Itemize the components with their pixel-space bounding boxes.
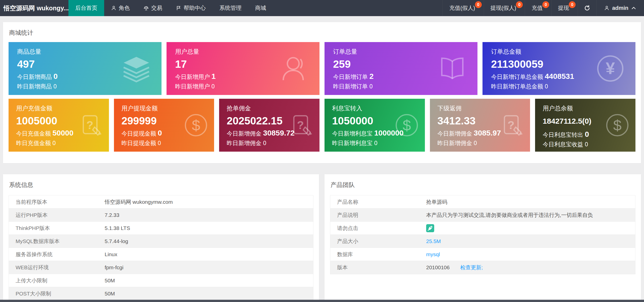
dollar-circle-icon: $ <box>603 111 631 139</box>
stat-card-today-line: 今日新增佣金 3085.97 <box>437 129 505 138</box>
stat-card-title: 利息宝转入 <box>332 104 400 112</box>
row-value: 悟空源码网 wukongymw.com <box>105 198 173 206</box>
svg-text:¥: ¥ <box>606 59 615 78</box>
stat-cards-row2: 用户充值金额 1005000 今日充值金额 50000 昨日充值金额 0 ? <box>9 99 635 152</box>
row-label: 当前程序版本 <box>9 198 105 206</box>
document-question-pencil-icon: ? <box>498 111 526 139</box>
menu-item[interactable]: 帮助中心 <box>169 0 213 16</box>
count-badge: 0 <box>475 1 482 8</box>
row-value-link[interactable]: 25.5M <box>426 238 441 244</box>
menu-item-label: 商城 <box>255 4 266 12</box>
stat-card-yesterday-line: 昨日提现金额 0 <box>122 139 189 147</box>
menu-item[interactable]: 后台首页 <box>68 0 104 16</box>
stat-card-value: 18427112.5(0) <box>543 115 610 128</box>
mall-statistics-panel: 商城统计 商品总量 497 今日新增商品 0 昨日新增商品 0 <box>3 22 641 163</box>
stat-card-value: 497 <box>17 58 131 70</box>
topbar-action-label: 提现(假人) <box>491 4 516 12</box>
dollar-circle-icon: $ <box>393 111 421 139</box>
stat-card: 商品总量 497 今日新增商品 0 昨日新增商品 0 <box>9 42 162 95</box>
row-label: 产品大小 <box>330 238 426 245</box>
stat-card-value: 3412.33 <box>437 115 505 127</box>
menu-item[interactable]: 系统管理 <box>213 0 248 16</box>
stat-card: 订单总量 259 今日新增订单 2 昨日新增订单 0 <box>325 42 477 95</box>
panel-title: 系统信息 <box>9 181 33 189</box>
refresh-button[interactable] <box>578 0 596 16</box>
stat-card-today-line: 今日新增订单总金额 4408531 <box>491 72 605 81</box>
topbar-action[interactable]: 充值(假人) 0 <box>442 0 484 16</box>
table-row: 版本 20100106检查更新; <box>330 261 635 274</box>
row-label: 服务器操作系统 <box>9 251 105 258</box>
topbar-action[interactable]: 充值 0 <box>525 0 551 16</box>
row-value-link[interactable]: mysql <box>426 251 440 257</box>
stat-card-today-line: 今日利息宝转出 0 <box>543 130 610 139</box>
row-label: 请勿点击 <box>330 225 426 232</box>
topbar-action[interactable]: 提现(假人) 0 <box>484 0 525 16</box>
row-value: 20100106检查更新; <box>426 264 483 271</box>
layers-icon <box>120 52 153 85</box>
menu-item[interactable]: 角色 <box>104 0 137 16</box>
stat-card-title: 商品总量 <box>17 48 131 56</box>
topbar-action[interactable]: 提现 0 <box>551 0 578 16</box>
count-badge: 0 <box>569 1 576 8</box>
check-update-link[interactable]: 检查更新; <box>460 264 483 270</box>
stat-card-yesterday-line: 昨日新增订单总金额 0 <box>491 83 605 90</box>
stat-card-value: 259 <box>333 58 447 70</box>
menu-item-label: 角色 <box>119 4 130 12</box>
row-label: MySQL数据库版本 <box>9 238 105 245</box>
stat-card-yesterday-line: 昨日新增商品 0 <box>17 83 131 90</box>
table-row: 产品说明 本产品只为学习测试交流,请勿要做商业或者用于违法行为,一切后果自负 <box>330 209 635 222</box>
table-row: 上传大小限制 50M <box>9 274 313 287</box>
menu-item[interactable]: 商城 <box>248 0 273 16</box>
stat-card-value: 299999 <box>122 115 189 127</box>
refresh-icon <box>584 5 590 11</box>
document-question-pencil-icon: ? <box>77 111 105 139</box>
version-number: 20100106 <box>426 264 450 270</box>
row-label: 数据库 <box>330 251 426 258</box>
main-menu: 后台首页 角色 交易 帮助中心 系统管理 商城 <box>68 0 273 16</box>
svg-text:?: ? <box>86 119 93 131</box>
row-label: ThinkPHP版本 <box>9 225 105 232</box>
table-row: 数据库 mysql <box>330 248 635 261</box>
topbar-actions: 充值(假人) 0 提现(假人) 0 充值 0 提现 0 <box>442 0 578 16</box>
product-team-panel: 产品团队 产品名称 抢单源码 产品说明 本产品只为学习测试交流,请勿要做商业或者… <box>325 174 641 300</box>
topbar-action-label: 提现 <box>558 4 569 12</box>
bottom-edge-bar <box>0 300 644 302</box>
stat-cards-row1: 商品总量 497 今日新增商品 0 昨日新增商品 0 用户总量 <box>9 42 635 95</box>
table-row: 请勿点击 <box>330 222 635 235</box>
stat-card-today-line: 今日新增用户 1 <box>175 72 289 81</box>
rocket-icon[interactable] <box>426 224 434 232</box>
brand-logo[interactable]: 悟空源码网 wukongy... <box>0 0 68 16</box>
table-row: MySQL数据库版本 5.7.44-log <box>9 235 313 248</box>
stat-card-today-line: 今日新增订单 2 <box>333 72 447 81</box>
document-question-pencil-icon: ? <box>287 111 315 139</box>
row-value: 50M <box>105 278 115 284</box>
product-team-table: 产品名称 抢单源码 产品说明 本产品只为学习测试交流,请勿要做商业或者用于违法行… <box>330 195 635 274</box>
row-value: 7.2.33 <box>105 212 119 218</box>
stat-card-yesterday-line: 昨日新增佣金 0 <box>227 139 294 147</box>
svg-text:$: $ <box>192 117 200 134</box>
table-row: 产品名称 抢单源码 <box>330 195 635 209</box>
stat-card-yesterday-line: 昨日充值金额 0 <box>16 139 84 147</box>
row-label: 上传大小限制 <box>9 277 105 284</box>
menu-item[interactable]: 交易 <box>137 0 169 16</box>
row-label: POST大小限制 <box>9 290 105 297</box>
svg-text:$: $ <box>403 117 411 134</box>
user-menu[interactable]: admin <box>596 0 644 16</box>
stat-card-title: 用户总余额 <box>543 104 610 112</box>
stat-card-today-line: 今日新增利息宝 1000000 <box>332 129 400 138</box>
menu-item-label: 交易 <box>151 4 162 12</box>
count-badge: 0 <box>542 1 549 8</box>
row-value: 5.1.38 LTS <box>105 225 130 231</box>
row-label: 运行PHP版本 <box>9 212 105 219</box>
stat-card-today-line: 今日新增佣金 30859.72 <box>227 129 294 138</box>
table-row: 运行PHP版本 7.2.33 <box>9 209 313 222</box>
yen-circle-icon: ¥ <box>594 52 627 85</box>
menu-item-label: 后台首页 <box>75 4 97 12</box>
stat-card-yesterday-line: 昨日新增用户 0 <box>175 83 289 90</box>
table-row: 产品大小 25.5M <box>330 235 635 248</box>
table-row: 服务器操作系统 Linux <box>9 248 313 261</box>
table-row: ThinkPHP版本 5.1.38 LTS <box>9 222 313 235</box>
stat-card-title: 订单总金额 <box>491 48 605 56</box>
row-value: 5.7.44-log <box>105 238 128 244</box>
menu-item-label: 帮助中心 <box>184 4 206 12</box>
